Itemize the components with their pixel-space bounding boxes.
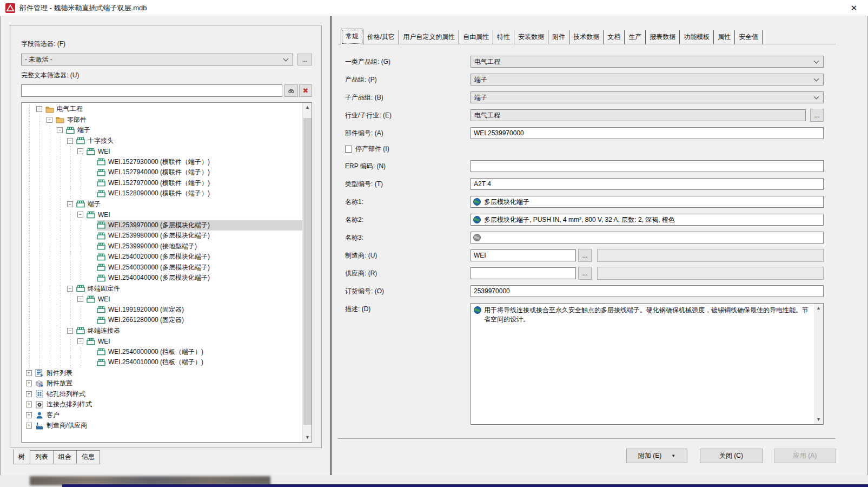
- tree-item[interactable]: WEI.1527930000 (横联件（端子）): [22, 157, 302, 168]
- fulltext-filter-input[interactable]: [21, 84, 282, 97]
- tree-item[interactable]: WEI.2539980000 (多层模块化端子): [22, 231, 302, 241]
- supplier-more-button[interactable]: ...: [578, 267, 592, 280]
- tab-item[interactable]: 安装数据: [514, 30, 548, 44]
- tab-item[interactable]: 属性: [714, 30, 735, 44]
- extras-button[interactable]: 附加 (E) ▼: [626, 449, 687, 463]
- designation1-input[interactable]: [471, 196, 824, 208]
- tree-item[interactable]: −终端连接器: [22, 326, 302, 337]
- tree-item[interactable]: −电气工程: [22, 104, 302, 115]
- tab-item[interactable]: 安全值: [735, 30, 763, 44]
- tree-item[interactable]: −WEI: [22, 336, 302, 347]
- tree-item[interactable]: WEI.2539970000 (多层模块化端子): [22, 220, 302, 231]
- field-filter-more-button[interactable]: ...: [297, 54, 312, 65]
- tab-item[interactable]: 自由属性: [459, 30, 493, 44]
- tree-item[interactable]: WEI.2661280000 (固定器): [22, 315, 302, 326]
- view-tab[interactable]: 列表: [30, 450, 54, 464]
- manufacturer-more-button[interactable]: ...: [578, 249, 592, 262]
- tree-item[interactable]: +制造商/供应商: [22, 420, 302, 431]
- tree-item[interactable]: −WEI: [22, 209, 302, 220]
- designation2-input[interactable]: [471, 214, 824, 226]
- tree-item[interactable]: −终端固定件: [22, 284, 302, 294]
- tree-item[interactable]: +连接点排列样式: [22, 399, 302, 410]
- tree-item[interactable]: WEI.1528090000 (横联件（端子）): [22, 188, 302, 199]
- description-scrollbar[interactable]: ▲ ▼: [814, 304, 823, 424]
- tree-guide: [67, 188, 77, 199]
- tree-scrollbar-thumb[interactable]: [303, 118, 312, 425]
- scroll-down-icon[interactable]: ▼: [303, 433, 312, 442]
- tree-item[interactable]: −端子: [22, 125, 302, 136]
- close-icon[interactable]: ✕: [846, 2, 862, 14]
- collapse-icon[interactable]: −: [47, 117, 52, 123]
- expand-icon[interactable]: +: [26, 412, 32, 418]
- tree-item[interactable]: +附件列表: [22, 368, 302, 379]
- collapse-icon[interactable]: −: [77, 212, 83, 218]
- tree-item[interactable]: +附件放置: [22, 378, 302, 389]
- tree-item[interactable]: +客户: [22, 410, 302, 421]
- erp-number-input[interactable]: [471, 160, 824, 172]
- tree-item[interactable]: WEI.2540040000 (多层模块化端子): [22, 273, 302, 284]
- part-number-input[interactable]: [471, 127, 824, 139]
- collapse-icon[interactable]: −: [67, 328, 73, 334]
- tab-item[interactable]: 文档: [604, 30, 625, 44]
- close-dialog-button[interactable]: 关闭 (C): [700, 449, 763, 463]
- collapse-icon[interactable]: −: [77, 148, 83, 154]
- panel-splitter[interactable]: [330, 16, 332, 475]
- field-filter-select[interactable]: - 未激活 -: [21, 54, 293, 65]
- tab-item[interactable]: 特性: [493, 30, 514, 44]
- tree-item[interactable]: WEI.1527970000 (横联件（端子）): [22, 178, 302, 189]
- view-tab[interactable]: 信息: [77, 450, 100, 464]
- collapse-icon[interactable]: −: [77, 296, 83, 302]
- expand-icon[interactable]: +: [26, 402, 32, 407]
- tree-item[interactable]: −端子: [22, 199, 302, 210]
- designation3-input[interactable]: [471, 232, 824, 244]
- tree-item[interactable]: WEI.2540020000 (多层模块化端子): [22, 252, 302, 262]
- trade-more-button[interactable]: ...: [810, 109, 824, 122]
- discontinued-checkbox[interactable]: [345, 146, 352, 153]
- tab-item[interactable]: 技术数据: [569, 30, 604, 44]
- expand-icon[interactable]: +: [26, 370, 32, 376]
- tab-item[interactable]: 价格/其它: [363, 30, 399, 44]
- collapse-icon[interactable]: −: [57, 127, 63, 133]
- tree-item[interactable]: WEI.2539990000 (接地型端子): [22, 241, 302, 252]
- tree-item[interactable]: −零部件: [22, 115, 302, 126]
- generic-product-group-select[interactable]: 电气工程: [471, 56, 824, 68]
- tree-item[interactable]: WEI.1527940000 (横联件（端子）): [22, 167, 302, 178]
- supplier-input[interactable]: [471, 267, 576, 279]
- collapse-icon[interactable]: −: [67, 201, 73, 207]
- tab-item[interactable]: 功能模板: [680, 30, 714, 44]
- scroll-down-icon[interactable]: ▼: [814, 415, 823, 424]
- tab-active[interactable]: 常规: [341, 29, 363, 45]
- description-textarea[interactable]: 用于将导线连接或接合至永久安全触点的多层接线端子。硬化钢确保机械强度，镀锡铜线确…: [471, 303, 824, 425]
- tree-item[interactable]: +钻孔排列样式: [22, 389, 302, 400]
- collapse-icon[interactable]: −: [36, 106, 42, 112]
- tree-item[interactable]: WEI.2540010000 (挡板（端子）): [22, 357, 302, 368]
- view-tab[interactable]: 树: [13, 449, 30, 464]
- collapse-icon[interactable]: −: [77, 338, 83, 344]
- manufacturer-input[interactable]: [471, 249, 576, 261]
- tree-item[interactable]: WEI.2540030000 (多层模块化端子): [22, 262, 302, 273]
- view-tab[interactable]: 组合: [54, 450, 77, 464]
- tab-item[interactable]: 报表数据: [646, 30, 680, 44]
- tab-item[interactable]: 附件: [548, 30, 569, 44]
- order-number-input[interactable]: [471, 285, 824, 297]
- tree-scrollbar[interactable]: ▲ ▼: [302, 103, 312, 442]
- expand-icon[interactable]: +: [26, 391, 32, 397]
- collapse-icon[interactable]: −: [67, 138, 73, 144]
- tree-item[interactable]: WEI.2540000000 (挡板（端子）): [22, 347, 302, 358]
- scroll-up-icon[interactable]: ▲: [303, 103, 312, 112]
- collapse-icon[interactable]: −: [67, 286, 73, 292]
- scroll-up-icon[interactable]: ▲: [814, 304, 823, 313]
- clear-filter-button[interactable]: ✖: [299, 84, 312, 97]
- tree-item[interactable]: −WEI: [22, 146, 302, 157]
- tree-item[interactable]: −WEI: [22, 294, 302, 305]
- type-number-input[interactable]: [471, 178, 824, 190]
- product-group-select[interactable]: 端子: [471, 74, 824, 85]
- binoculars-search-button[interactable]: [284, 84, 298, 97]
- expand-icon[interactable]: +: [26, 423, 32, 429]
- tab-item[interactable]: 用户自定义的属性: [399, 30, 459, 44]
- tab-item[interactable]: 生产: [625, 30, 646, 44]
- tree-item[interactable]: WEI.1991920000 (固定器): [22, 305, 302, 315]
- expand-icon[interactable]: +: [26, 380, 32, 386]
- tree-item[interactable]: −十字接头: [22, 136, 302, 147]
- product-subgroup-select[interactable]: 端子: [471, 91, 824, 103]
